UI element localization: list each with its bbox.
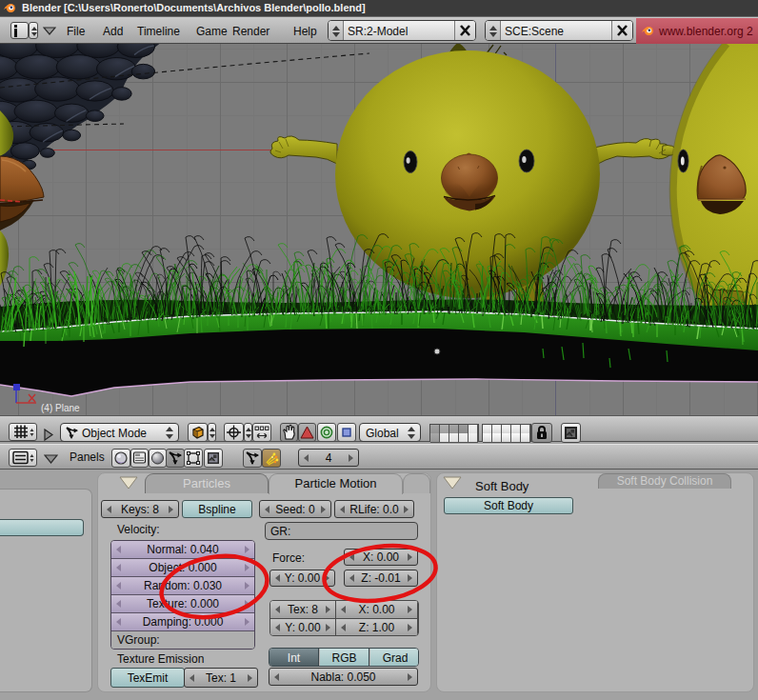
svg-text:(4) Plane: (4) Plane	[41, 403, 80, 413]
